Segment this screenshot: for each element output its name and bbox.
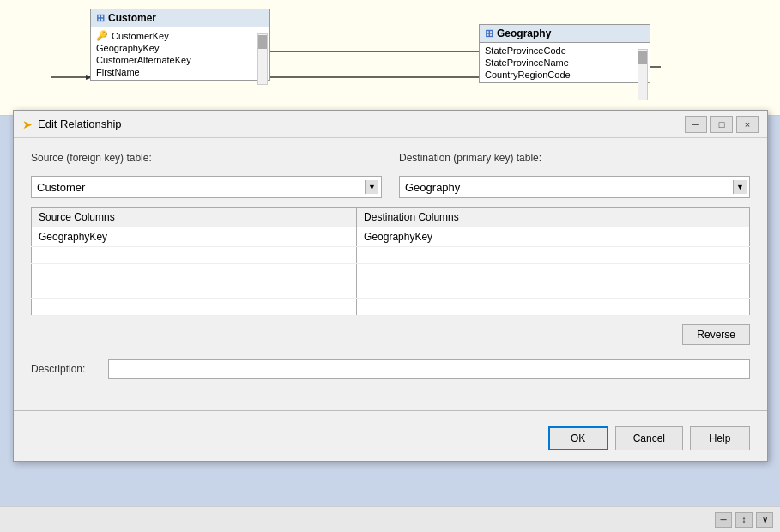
close-icon: × xyxy=(745,119,750,130)
geography-table-icon: ⊞ xyxy=(485,27,493,39)
columns-mapping-table: Source Columns Destination Columns Geogr… xyxy=(31,207,750,316)
dest-col-1: GeographyKey xyxy=(357,227,750,247)
source-label: Source (foreign key) table: xyxy=(31,152,382,164)
geography-key-row: GeographyKey xyxy=(91,42,269,54)
state-province-code-label: StateProvinceCode xyxy=(485,45,566,56)
restore-button[interactable]: □ xyxy=(710,116,733,133)
edit-relationship-dialog: ➤ Edit Relationship ─ □ × Source (foreig… xyxy=(13,110,768,462)
columns-header-row: Source Columns Destination Columns xyxy=(32,208,750,227)
geography-scroll-thumb xyxy=(638,51,647,64)
source-dropdown-wrapper: Customer ▼ xyxy=(31,176,382,198)
state-province-name-label: StateProvinceName xyxy=(485,57,569,68)
columns-table-body: GeographyKey GeographyKey xyxy=(32,227,750,316)
empty-dest-2 xyxy=(357,264,750,281)
destination-dropdown-wrapper: Geography ▼ xyxy=(399,176,750,198)
columns-table-header: Source Columns Destination Columns xyxy=(32,208,750,227)
restore-icon: □ xyxy=(719,119,725,130)
close-button[interactable]: × xyxy=(736,116,759,133)
columns-empty-row-3 xyxy=(32,281,750,299)
empty-source-4 xyxy=(32,299,357,316)
source-col-1: GeographyKey xyxy=(32,227,357,247)
empty-source-3 xyxy=(32,281,357,299)
geography-table-title: Geography xyxy=(497,27,551,39)
destination-columns-header: Destination Columns xyxy=(357,208,750,227)
columns-data-row-1: GeographyKey GeographyKey xyxy=(32,227,750,247)
country-region-code-label: CountryRegionCode xyxy=(485,70,571,80)
firstname-row: FirstName xyxy=(91,66,269,78)
destination-label: Destination (primary key) table: xyxy=(399,152,750,164)
dropdowns-row: Customer ▼ Geography ▼ xyxy=(31,176,750,198)
dialog-footer: OK Cancel Help xyxy=(14,420,767,461)
destination-group: Destination (primary key) table: xyxy=(399,152,750,167)
dialog-title-area: ➤ Edit Relationship xyxy=(22,118,122,131)
cancel-button[interactable]: Cancel xyxy=(615,426,683,450)
state-province-code-row: StateProvinceCode xyxy=(480,45,650,57)
dialog-window-controls: ─ □ × xyxy=(685,116,759,133)
empty-dest-1 xyxy=(357,247,750,264)
key-icon: 🔑 xyxy=(96,30,108,41)
empty-source-2 xyxy=(32,264,357,281)
customer-alternate-key-row: CustomerAlternateKey xyxy=(91,54,269,66)
dialog-titlebar: ➤ Edit Relationship ─ □ × xyxy=(14,111,767,138)
columns-empty-row-1 xyxy=(32,247,750,264)
customer-table-rows: 🔑 CustomerKey GeographyKey CustomerAlter… xyxy=(91,27,269,80)
dialog-content: Source (foreign key) table: Destination … xyxy=(14,138,767,402)
ok-button[interactable]: OK xyxy=(548,426,608,450)
destination-table-dropdown[interactable]: Geography xyxy=(399,176,750,198)
customer-alt-key-label: CustomerAlternateKey xyxy=(96,55,191,65)
description-input[interactable] xyxy=(108,359,750,379)
geography-table-rows: StateProvinceCode StateProvinceName Coun… xyxy=(480,43,650,82)
customer-scrollbar[interactable] xyxy=(257,33,268,85)
diagram-background: ⊞ Customer 🔑 CustomerKey GeographyKey Cu… xyxy=(0,0,780,116)
dialog-footer-divider xyxy=(14,410,767,411)
geography-key-label: GeographyKey xyxy=(96,43,159,53)
minimize-button[interactable]: ─ xyxy=(685,116,707,133)
table-grid-icon: ⊞ xyxy=(96,12,105,24)
taskbar-btn-3[interactable]: ∨ xyxy=(756,512,773,528)
reverse-button-row: Reverse xyxy=(31,324,750,345)
empty-dest-3 xyxy=(357,281,750,299)
customer-key-label: CustomerKey xyxy=(112,31,169,41)
dialog-title-icon: ➤ xyxy=(22,118,33,131)
customer-key-row: 🔑 CustomerKey xyxy=(91,29,269,42)
reverse-button[interactable]: Reverse xyxy=(682,324,750,345)
columns-empty-row-4 xyxy=(32,299,750,316)
firstname-label: FirstName xyxy=(96,67,140,77)
geography-scrollbar[interactable] xyxy=(638,49,648,100)
empty-dest-4 xyxy=(357,299,750,316)
table-labels-row: Source (foreign key) table: Destination … xyxy=(31,152,750,167)
customer-table: ⊞ Customer 🔑 CustomerKey GeographyKey Cu… xyxy=(90,9,270,81)
description-row: Description: xyxy=(31,359,750,379)
customer-table-header: ⊞ Customer xyxy=(91,9,269,27)
help-button[interactable]: Help xyxy=(690,426,750,450)
country-region-code-row: CountryRegionCode xyxy=(480,69,650,81)
taskbar: ─ ↕ ∨ xyxy=(0,506,780,532)
columns-empty-row-2 xyxy=(32,264,750,281)
description-label: Description: xyxy=(31,363,100,375)
source-group: Source (foreign key) table: xyxy=(31,152,382,167)
taskbar-btn-2[interactable]: ↕ xyxy=(735,512,753,528)
state-province-name-row: StateProvinceName xyxy=(480,57,650,69)
source-table-dropdown[interactable]: Customer xyxy=(31,176,382,198)
customer-table-title: Customer xyxy=(108,12,156,24)
dialog-title-text: Edit Relationship xyxy=(38,118,122,130)
minimize-icon: ─ xyxy=(692,119,699,130)
geography-table-header: ⊞ Geography xyxy=(480,25,650,43)
taskbar-btn-1[interactable]: ─ xyxy=(715,512,732,528)
source-columns-header: Source Columns xyxy=(32,208,357,227)
customer-scroll-thumb xyxy=(258,35,267,49)
geography-table: ⊞ Geography StateProvinceCode StateProvi… xyxy=(479,24,650,83)
empty-source-1 xyxy=(32,247,357,264)
